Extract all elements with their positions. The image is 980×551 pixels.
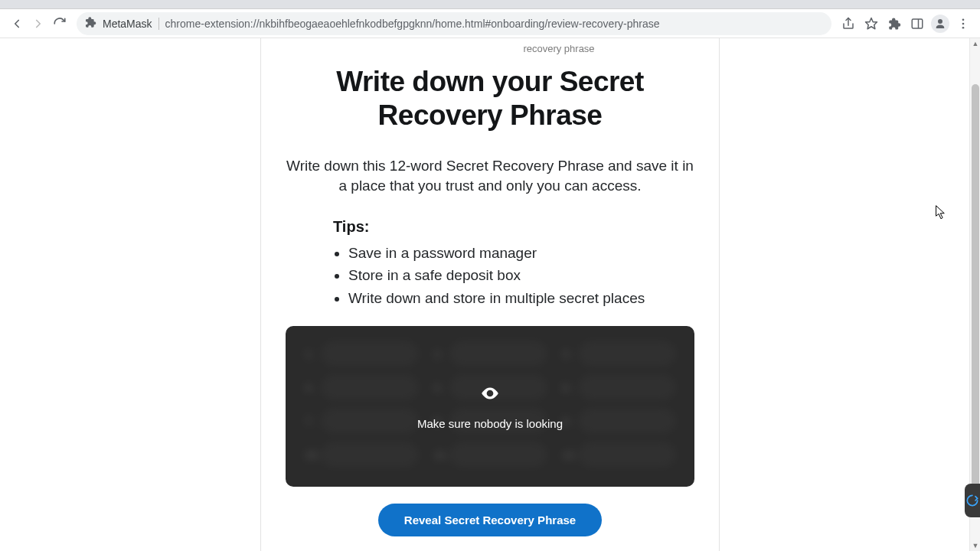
overlay-text: Make sure nobody is looking — [417, 417, 563, 430]
address-bar[interactable]: MetaMask chrome-extension://nkbihfbeogae… — [77, 12, 831, 35]
scroll-up-arrow[interactable]: ▲ — [970, 38, 980, 49]
side-widget[interactable] — [965, 484, 980, 517]
svg-point-5 — [962, 22, 965, 24]
address-separator — [158, 18, 159, 30]
extension-name: MetaMask — [103, 18, 152, 30]
page-lead: Write down this 12-word Secret Recovery … — [286, 156, 694, 197]
tab-strip — [0, 0, 980, 9]
side-panel-icon[interactable] — [906, 13, 928, 34]
vertical-scrollbar[interactable]: ▲ ▼ — [969, 38, 980, 551]
eye-icon — [480, 383, 500, 406]
extension-icon — [84, 16, 96, 31]
svg-point-6 — [962, 26, 965, 28]
privacy-overlay: Make sure nobody is looking — [286, 326, 694, 487]
forward-button[interactable] — [28, 13, 49, 34]
share-icon[interactable] — [838, 13, 859, 34]
tip-item: Store in a safe deposit box — [348, 264, 694, 286]
bookmark-star-icon[interactable] — [861, 13, 882, 34]
profile-avatar[interactable] — [929, 13, 951, 34]
svg-marker-1 — [866, 18, 877, 28]
reload-button[interactable] — [49, 13, 70, 34]
recovery-phrase-box[interactable]: 1. 2. 3. 4. 5. 6. 7. 8. 9. 10. 11. 12. — [286, 326, 694, 487]
tip-item: Save in a password manager — [348, 242, 694, 264]
reveal-secret-button[interactable]: Reveal Secret Recovery Phrase — [378, 504, 602, 536]
page-url: chrome-extension://nkbihfbeogaeaoehlefnk… — [165, 18, 660, 30]
svg-rect-2 — [912, 19, 923, 28]
tip-item: Write down and store in multiple secret … — [348, 287, 694, 309]
onboarding-card: recovery phrase Write down your Secret R… — [260, 38, 720, 551]
extensions-icon[interactable] — [884, 13, 905, 34]
scroll-down-arrow[interactable]: ▼ — [970, 540, 980, 551]
svg-point-4 — [962, 18, 965, 21]
tips-heading: Tips: — [333, 218, 694, 236]
scrollbar-thumb[interactable] — [972, 84, 979, 497]
tips-section: Tips: Save in a password manager Store i… — [333, 218, 694, 309]
page-title: Write down your Secret Recovery Phrase — [286, 65, 694, 133]
step-label: recovery phrase — [423, 43, 694, 54]
back-button[interactable] — [6, 13, 28, 34]
kebab-menu-icon[interactable] — [952, 13, 974, 34]
browser-toolbar: MetaMask chrome-extension://nkbihfbeogae… — [0, 9, 980, 38]
